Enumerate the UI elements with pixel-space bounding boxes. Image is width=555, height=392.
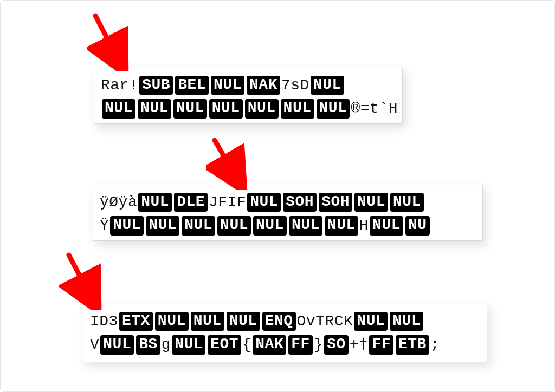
plain-text: ID3: [90, 313, 118, 330]
plain-text: 7sD: [281, 77, 309, 94]
control-char-tag: NAK: [247, 76, 280, 95]
plain-text: V: [90, 336, 99, 353]
hex-line: Rar!SUBBELNULNAK7sDNUL: [101, 74, 396, 97]
control-char-tag: NUL: [370, 216, 403, 235]
plain-text: Ÿ: [100, 217, 109, 234]
svg-line-0: [95, 16, 120, 63]
plain-text: +†: [350, 336, 369, 353]
hex-line: NULNULNULNULNULNULNUL®=t`H: [101, 97, 396, 120]
control-char-tag: NUL: [172, 335, 205, 354]
control-char-tag: SUB: [139, 76, 173, 95]
control-char-tag: BS: [136, 335, 160, 354]
control-char-tag: NAK: [253, 335, 286, 354]
control-char-tag: SO: [324, 335, 349, 354]
arrow-icon: [59, 251, 113, 310]
control-char-tag: NUL: [100, 335, 134, 354]
control-char-tag: NUL: [325, 216, 358, 235]
control-char-tag: FF: [369, 335, 393, 354]
control-char-tag: NU: [405, 216, 430, 235]
plain-text: }: [314, 336, 323, 353]
arrow-icon: [87, 11, 141, 71]
hex-panel-id3: ID3ETXNULNULNULENQOvTRCKNULNUL VNULBSgNU…: [83, 304, 487, 362]
svg-line-2: [69, 255, 93, 300]
control-char-tag: NUL: [281, 99, 314, 118]
hex-panel-jfif: ÿØÿàNULDLEJFIFNULSOHSOHNULNUL ŸNULNULNUL…: [93, 185, 483, 241]
control-char-tag: NUL: [138, 99, 171, 118]
control-char-tag: FF: [288, 335, 313, 354]
control-char-tag: NUL: [209, 99, 243, 118]
plain-text: JFIF: [209, 194, 246, 211]
hex-line: ŸNULNULNULNULNULNULNULHNULNU: [100, 214, 476, 237]
plain-text: g: [162, 336, 171, 353]
control-char-tag: NUL: [191, 312, 224, 331]
control-char-tag: ETB: [396, 335, 429, 354]
arrow-icon: [206, 136, 255, 190]
control-char-tag: SOH: [283, 193, 317, 212]
control-char-tag: BEL: [175, 76, 209, 95]
plain-text: ;: [430, 336, 440, 353]
control-char-tag: NUL: [102, 99, 135, 118]
control-char-tag: SOH: [319, 193, 352, 212]
control-char-tag: NUL: [253, 216, 287, 235]
control-char-tag: ETX: [119, 312, 153, 331]
control-char-tag: EOT: [208, 335, 241, 354]
control-char-tag: ENQ: [262, 312, 296, 331]
control-char-tag: NUL: [245, 99, 279, 118]
hex-line: ID3ETXNULNULNULENQOvTRCKNULNUL: [90, 310, 480, 333]
plain-text: Rar!: [101, 77, 138, 94]
hex-line: VNULBSgNULEOT{NAKFF}SO+†FFETB;: [90, 333, 480, 356]
control-char-tag: NUL: [390, 193, 424, 212]
control-char-tag: NUL: [173, 99, 207, 118]
plain-text: {: [242, 336, 251, 353]
control-char-tag: NUL: [390, 312, 423, 331]
plain-text: ÿØÿà: [100, 194, 137, 211]
svg-line-1: [215, 140, 238, 180]
control-char-tag: NUL: [155, 312, 189, 331]
control-char-tag: NUL: [211, 76, 244, 95]
plain-text: H: [359, 217, 369, 234]
control-char-tag: NUL: [317, 99, 350, 118]
hex-panel-rar: Rar!SUBBELNULNAK7sDNUL NULNULNULNULNULNU…: [94, 68, 403, 124]
control-char-tag: NUL: [138, 193, 172, 212]
control-char-tag: NUL: [311, 76, 344, 95]
plain-text: ®=t`H: [351, 100, 398, 117]
control-char-tag: DLE: [174, 193, 208, 212]
control-char-tag: NUL: [354, 312, 388, 331]
control-char-tag: NUL: [110, 216, 144, 235]
control-char-tag: NUL: [227, 312, 260, 331]
diagram-canvas: { "panels": { "rar": { "line1": [ {"t":"…: [0, 0, 555, 392]
hex-line: ÿØÿàNULDLEJFIFNULSOHSOHNULNUL: [100, 191, 476, 214]
control-char-tag: NUL: [354, 193, 388, 212]
control-char-tag: NUL: [146, 216, 179, 235]
control-char-tag: NUL: [217, 216, 251, 235]
control-char-tag: NUL: [247, 193, 281, 212]
plain-text: OvTRCK: [297, 313, 353, 330]
control-char-tag: NUL: [182, 216, 215, 235]
control-char-tag: NUL: [289, 216, 322, 235]
